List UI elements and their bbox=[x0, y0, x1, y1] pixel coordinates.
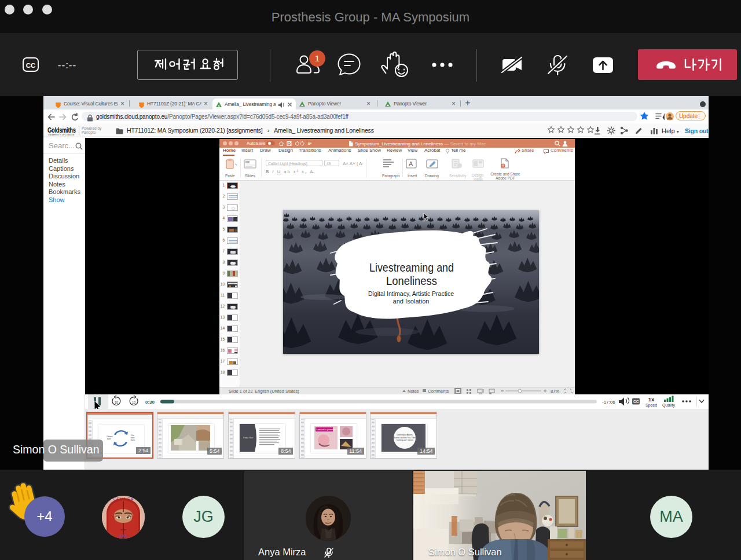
svg-text:Livestreaming and: Livestreaming and bbox=[369, 261, 454, 274]
svg-text:CC: CC bbox=[26, 62, 36, 69]
svg-text:Kanya Khan: Kanya Khan bbox=[243, 437, 254, 439]
svg-text:Comments: Comments bbox=[428, 389, 449, 394]
svg-text:Digital Intimacy, Artistic Pr: Digital Intimacy, Artistic Practice bbox=[368, 290, 454, 297]
svg-text:i am not a persona: i am not a persona bbox=[316, 428, 336, 431]
svg-text:lives: lives bbox=[131, 439, 135, 441]
svg-text:CC: CC bbox=[633, 400, 639, 404]
svg-text:10: 10 bbox=[115, 401, 118, 404]
svg-text:--:--: --:-- bbox=[58, 60, 76, 71]
svg-text:Dominique Adams: Dominique Adams bbox=[397, 434, 413, 436]
svg-text:0:30: 0:30 bbox=[145, 400, 155, 405]
svg-text:10: 10 bbox=[132, 401, 135, 404]
svg-text:lives: lives bbox=[107, 438, 111, 440]
svg-text:87%: 87% bbox=[551, 389, 559, 394]
svg-text:Loneliness: Loneliness bbox=[386, 274, 437, 287]
svg-text:"coming-out" stories: "coming-out" stories bbox=[396, 439, 413, 441]
svg-text:Santos and the You-Tube: Santos and the You-Tube bbox=[394, 437, 416, 439]
svg-text:A: A bbox=[409, 160, 413, 167]
svg-text:Notes: Notes bbox=[408, 389, 419, 394]
svg-text:and Isolation: and Isolation bbox=[393, 298, 430, 305]
svg-text:şaka: şaka bbox=[119, 533, 127, 538]
svg-text:Quality: Quality bbox=[662, 403, 675, 408]
svg-text:1x: 1x bbox=[648, 396, 655, 402]
svg-text:-17:06: -17:06 bbox=[602, 400, 615, 405]
svg-text:Speed: Speed bbox=[645, 403, 657, 408]
